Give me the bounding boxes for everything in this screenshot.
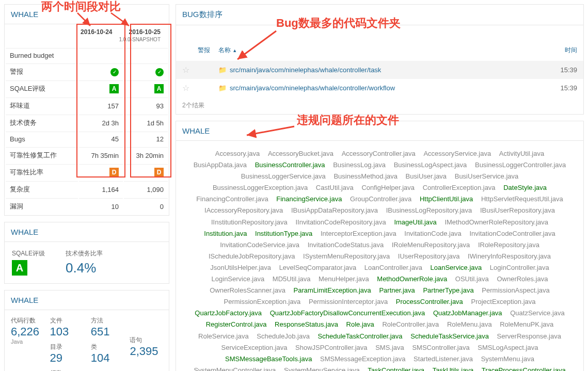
file-item[interactable]: SMS.java xyxy=(375,344,404,351)
file-item[interactable]: BusiUserService.java xyxy=(455,172,519,180)
file-item[interactable]: Institution.java xyxy=(204,230,247,237)
file-item[interactable]: RoleService.java xyxy=(198,332,249,340)
file-item[interactable]: BusinessLoggerService.java xyxy=(241,172,326,180)
file-item[interactable]: PermissionInterceptor.java xyxy=(309,298,388,305)
file-item[interactable]: InterceptorException.java xyxy=(321,230,396,237)
file-item[interactable]: SMSLogAspect.java xyxy=(478,344,538,351)
file-item[interactable]: SystemMenuController.java xyxy=(194,366,276,371)
file-item[interactable]: ServiceException.java xyxy=(221,344,288,351)
file-item[interactable]: Partner.java xyxy=(379,286,415,294)
file-item[interactable]: Role.java xyxy=(346,320,374,328)
file-item[interactable]: IInvitationCodeRepository.java xyxy=(295,218,386,226)
file-item[interactable]: InvitationCode.java xyxy=(404,230,462,237)
file-item[interactable]: MD5Util.java xyxy=(273,275,311,283)
file-item[interactable]: ProjectException.java xyxy=(471,298,535,305)
file-item[interactable]: ScheduleTaskController.java xyxy=(318,332,403,340)
file-item[interactable]: SystemMenu.java xyxy=(481,355,534,363)
classes-value[interactable]: 104 xyxy=(91,351,124,365)
file-item[interactable]: FinancingController.java xyxy=(196,195,268,203)
file-item[interactable]: BusiAppData.java xyxy=(194,161,247,169)
bug-row[interactable]: ☆📁src/main/java/com/ninelephas/whale/con… xyxy=(176,61,583,79)
file-item[interactable]: RoleController.java xyxy=(382,320,439,328)
file-item[interactable]: SMSMessageException.java xyxy=(320,355,405,363)
file-item[interactable]: IRoleMenuRepository.java xyxy=(392,241,470,249)
star-icon[interactable]: ☆ xyxy=(182,65,198,75)
file-item[interactable]: BusinessLogAspect.java xyxy=(394,161,467,169)
file-item[interactable]: ScheduleTaskService.java xyxy=(410,332,489,340)
file-item[interactable]: LoanController.java xyxy=(364,264,422,271)
file-item[interactable]: InvitationCodeService.java xyxy=(220,241,299,249)
file-item[interactable]: ServerResponse.java xyxy=(497,332,561,340)
file-item[interactable]: ConfigHelper.java xyxy=(361,184,415,191)
file-item[interactable]: SMSMessageBaseTools.java xyxy=(225,355,312,363)
file-item[interactable]: IRoleRepository.java xyxy=(478,241,539,249)
file-item[interactable]: HttpServletRequestUtil.java xyxy=(481,195,563,203)
files-value[interactable]: 103 xyxy=(50,325,85,338)
file-item[interactable]: RoleMenu.java xyxy=(447,320,492,328)
bug-path[interactable]: 📁src/main/java/com/ninelephas/whale/cont… xyxy=(218,84,546,92)
file-item[interactable]: IBusiUserRepository.java xyxy=(480,206,555,214)
file-item[interactable]: AccessoryController.java xyxy=(342,150,416,157)
file-item[interactable]: IUserRepository.java xyxy=(398,252,460,260)
file-item[interactable]: FinancingService.java xyxy=(276,195,342,203)
file-item[interactable]: BusinessLog.java xyxy=(333,161,386,169)
file-item[interactable]: QuatzService.java xyxy=(510,309,565,317)
warn-header[interactable]: 警报 xyxy=(198,46,218,55)
file-item[interactable]: ImageUtil.java xyxy=(394,218,436,226)
debt-value[interactable]: 0.4% xyxy=(66,260,103,276)
file-item[interactable]: InvitationCodeController.java xyxy=(469,230,555,237)
file-item[interactable]: GroupController.java xyxy=(350,195,411,203)
file-item[interactable]: ShowJSPController.java xyxy=(295,344,367,351)
file-item[interactable]: SystemMenuService.java xyxy=(284,366,360,371)
file-item[interactable]: LevelSeqComparator.java xyxy=(279,264,357,271)
file-item[interactable]: QuartzJobFactoryDisallowConcurrentExecut… xyxy=(270,309,425,317)
file-item[interactable]: AccessoryBucket.java xyxy=(268,150,333,157)
file-item[interactable]: QuatzJobManager.java xyxy=(433,309,502,317)
file-item[interactable]: StartedListener.java xyxy=(414,355,473,363)
file-item[interactable]: ScheduleJob.java xyxy=(257,332,310,340)
star-icon[interactable]: ☆ xyxy=(182,83,198,93)
methods-value[interactable]: 651 xyxy=(91,325,124,338)
bug-path[interactable]: 📁src/main/java/com/ninelephas/whale/cont… xyxy=(218,66,546,74)
file-item[interactable]: IScheduleJobRepository.java xyxy=(209,252,295,260)
file-item[interactable]: IAccessoryRepository.java xyxy=(204,206,283,214)
time-header[interactable]: 时间 xyxy=(546,46,577,55)
file-item[interactable]: OwnerRolesScanner.java xyxy=(210,286,285,294)
stmts-value[interactable]: 2,395 xyxy=(130,345,163,358)
file-item[interactable]: RoleMenuPK.java xyxy=(500,320,553,328)
file-item[interactable]: QuartzJobFactory.java xyxy=(195,309,262,317)
file-item[interactable]: CastUtil.java xyxy=(316,184,354,191)
dirs-value[interactable]: 29 xyxy=(50,351,85,365)
bug-row[interactable]: ☆📁src/main/java/com/ninelephas/whale/con… xyxy=(176,79,583,97)
file-item[interactable]: DateStyle.java xyxy=(503,184,547,191)
file-item[interactable]: TaskUtils.java xyxy=(433,366,473,371)
file-item[interactable]: ResponseStatus.java xyxy=(275,320,338,328)
file-item[interactable]: MenuHelper.java xyxy=(319,275,369,283)
file-item[interactable]: LoanService.java xyxy=(431,264,482,271)
file-item[interactable]: ControllerException.java xyxy=(423,184,496,191)
file-item[interactable]: BussinessLoggerException.java xyxy=(213,184,308,191)
file-item[interactable]: TraceProcessController.java xyxy=(482,366,566,371)
file-item[interactable]: AccessoryService.java xyxy=(423,150,491,157)
file-item[interactable]: LoginService.java xyxy=(212,275,265,283)
file-item[interactable]: MethodOwnerRole.java xyxy=(377,275,447,283)
file-item[interactable]: OSUtil.java xyxy=(455,275,489,283)
file-item[interactable]: TaskController.java xyxy=(368,366,424,371)
file-item[interactable]: BusiUser.java xyxy=(406,172,447,180)
file-item[interactable]: InstitutionType.java xyxy=(255,230,312,237)
file-item[interactable]: IInstitutionRepository.java xyxy=(211,218,288,226)
file-item[interactable]: SMSController.java xyxy=(412,344,469,351)
file-item[interactable]: PermissionException.java xyxy=(224,298,301,305)
file-item[interactable]: IBusinessLogRepository.java xyxy=(386,206,472,214)
file-item[interactable]: PermissionAspect.java xyxy=(482,286,550,294)
file-item[interactable]: IBusiAppDataRepository.java xyxy=(291,206,378,214)
file-item[interactable]: ParamLimitException.java xyxy=(294,286,371,294)
file-item[interactable]: BusinessLoggerController.java xyxy=(475,161,566,169)
file-item[interactable]: OwnerRoles.java xyxy=(497,275,548,283)
file-item[interactable]: HttpClientUtil.java xyxy=(420,195,473,203)
file-item[interactable]: RegisterControl.java xyxy=(206,320,267,328)
file-item[interactable]: InvitationCodeStatus.java xyxy=(308,241,384,249)
name-header[interactable]: 名称 ▲ xyxy=(218,46,546,55)
file-item[interactable]: LoginController.java xyxy=(490,264,549,271)
file-item[interactable]: ActivityUtil.java xyxy=(499,150,544,157)
